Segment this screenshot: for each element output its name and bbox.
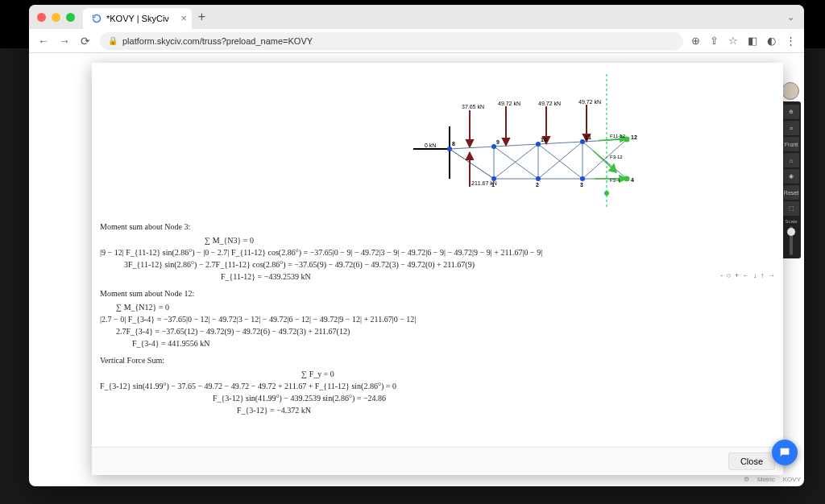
view-toolbar: ⊕ ≡ Front ⌂ ◉ Reset ⬚ Scale <box>781 101 801 258</box>
tab-close-icon[interactable]: × <box>181 13 187 24</box>
cut-bot-label: F3-4 <box>610 178 620 183</box>
node-4: 4 <box>631 177 634 183</box>
window-maximize[interactable] <box>66 13 75 22</box>
node-3: 3 <box>580 182 583 188</box>
scale-slider[interactable] <box>790 226 793 255</box>
svg-point-48 <box>624 176 630 182</box>
svg-marker-25 <box>503 138 509 145</box>
svg-marker-35 <box>609 164 616 172</box>
app-footer: ⚙ Metric KOVY <box>744 476 801 483</box>
calc-s3l2: F_{3-12} sin(41.99°) − 37.65 − 49.72 − 4… <box>100 380 775 392</box>
tabs-dropdown-icon[interactable]: ⌄ <box>787 12 794 23</box>
user-avatar[interactable] <box>781 82 799 100</box>
calculation-block: Moment sum about Node 3: ∑ M_{N3} = 0 |9… <box>98 211 777 421</box>
node-12: 12 <box>631 134 637 140</box>
share-icon[interactable]: ⇧ <box>710 35 719 47</box>
calc-s2l2: |2.7 − 0| F_{3-4} = −37.65|0 − 12| − 49.… <box>100 313 775 325</box>
cut-mid-label: F3-12 <box>610 155 623 159</box>
calc-section3-title: Vertical Force Sum: <box>100 354 775 366</box>
calc-section1-title: Moment sum about Node 3: <box>100 221 775 233</box>
calc-s1l1: ∑ M_{N3} = 0 <box>100 234 775 246</box>
lock-icon: 🔒 <box>108 36 118 45</box>
toolbar-front[interactable]: Front <box>783 137 799 151</box>
nav-back-icon[interactable]: ← <box>37 35 50 48</box>
node-9: 9 <box>496 139 500 145</box>
truss-diagram: 0 kN 211.67 kN 37.65 kN 49.72 kN 49.72 k… <box>228 66 647 211</box>
browser-window: *KOVY | SkyCiv × + ⌄ ← → ⟳ 🔒 platform.sk… <box>29 5 804 486</box>
reload-icon <box>91 14 102 24</box>
svg-point-44 <box>536 176 541 181</box>
toolbar-reset[interactable]: Reset <box>783 185 799 200</box>
browser-titlebar: *KOVY | SkyCiv × + ⌄ <box>29 5 804 29</box>
calc-s3l3: F_{3-12} sin(41.99°) − 439.2539 sin(2.86… <box>100 392 775 404</box>
window-controls <box>37 13 75 22</box>
url-text: platform.skyciv.com/truss?preload_name=K… <box>122 36 313 46</box>
star-icon[interactable]: ☆ <box>728 35 738 47</box>
toolbar-box[interactable]: ⬚ <box>783 201 799 216</box>
load-11: 49.72 kN <box>578 99 601 105</box>
toolbar-camera[interactable]: ◉ <box>783 169 799 184</box>
modal-footer: Close <box>92 447 783 475</box>
svg-point-38 <box>447 147 452 151</box>
zoom-icon[interactable]: ⊕ <box>691 35 700 47</box>
tab-title: *KOVY | SkyCiv <box>106 14 169 23</box>
svg-line-15 <box>450 149 494 179</box>
calc-s2l4: F_{3-4} = 441.9556 kN <box>100 337 775 349</box>
url-input[interactable]: 🔒 platform.skyciv.com/truss?preload_name… <box>100 32 683 50</box>
svg-point-49 <box>604 191 609 196</box>
node-1: 1 <box>491 182 495 188</box>
footer-units[interactable]: Metric <box>757 476 775 483</box>
nav-forward-icon[interactable]: → <box>58 35 71 48</box>
window-minimize[interactable] <box>52 13 60 22</box>
toolbar-add[interactable]: ⊕ <box>783 105 799 119</box>
load-9: 49.72 kN <box>498 101 520 106</box>
svg-marker-23 <box>466 140 473 147</box>
extensions-icon[interactable]: ◧ <box>748 35 757 47</box>
section-cut-modal: 0 kN 211.67 kN 37.65 kN 49.72 kN 49.72 k… <box>92 63 783 475</box>
node-10: 10 <box>541 137 547 143</box>
support-h-label: 0 kN <box>425 143 436 148</box>
footer-project: KOVY <box>783 476 801 483</box>
toolbar-home[interactable]: ⌂ <box>783 153 799 167</box>
browser-addressbar: ← → ⟳ 🔒 platform.skyciv.com/truss?preloa… <box>29 29 804 53</box>
calc-section2-title: Moment sum about Node 12: <box>100 287 775 300</box>
new-tab-button[interactable]: + <box>198 10 205 24</box>
svg-marker-31 <box>466 153 473 159</box>
node-2: 2 <box>536 182 539 188</box>
calc-s1l3: 3F_{11-12} sin(2.86°) − 2.7F_{11-12} cos… <box>100 258 775 271</box>
node-8: 8 <box>452 141 455 147</box>
settings-icon[interactable]: ⚙ <box>744 476 749 483</box>
calc-s3l1: ∑ F_y = 0 <box>100 368 775 380</box>
calc-s1l2: |9 − 12| F_{11-12} sin(2.86°) − |0 − 2.7… <box>100 246 775 258</box>
modal-body: 0 kN 211.67 kN 37.65 kN 49.72 kN 49.72 k… <box>92 63 783 447</box>
calc-s3l4: F_{3-12} = −4.372 kN <box>100 404 775 416</box>
calc-s1l4: F_{11-12} = −439.2539 kN <box>100 271 775 283</box>
load-10: 49.72 kN <box>538 101 561 106</box>
browser-tab[interactable]: *KOVY | SkyCiv × <box>83 8 192 29</box>
window-close[interactable] <box>37 13 46 22</box>
menu-icon[interactable]: ⋮ <box>786 35 796 47</box>
nav-reload-icon[interactable]: ⟳ <box>79 35 92 48</box>
toolbar-list[interactable]: ≡ <box>783 121 799 135</box>
coord-indicator: - ○ + ← ↓ ↑ → <box>718 271 778 280</box>
chat-button[interactable] <box>772 440 798 465</box>
node-11: 11 <box>585 134 591 140</box>
scale-label: Scale <box>785 219 797 224</box>
close-button[interactable]: Close <box>728 452 775 470</box>
calc-s2l1: ∑ M_{N12} = 0 <box>100 301 775 313</box>
svg-point-45 <box>580 176 585 181</box>
calc-s2l3: 2.7F_{3-4} = −37.65(12) − 49.72(9) − 49.… <box>100 325 775 337</box>
profile-icon[interactable]: ◐ <box>767 35 776 47</box>
load-8: 37.65 kN <box>462 104 484 109</box>
cut-top-label: F11-12 <box>610 134 626 138</box>
